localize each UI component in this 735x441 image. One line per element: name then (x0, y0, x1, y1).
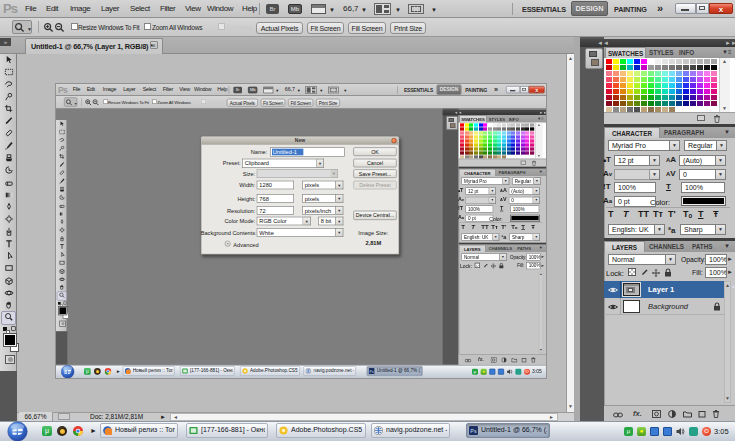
svg-text:Ps: Ps (470, 428, 477, 434)
svg-text:Ps: Ps (370, 370, 374, 374)
